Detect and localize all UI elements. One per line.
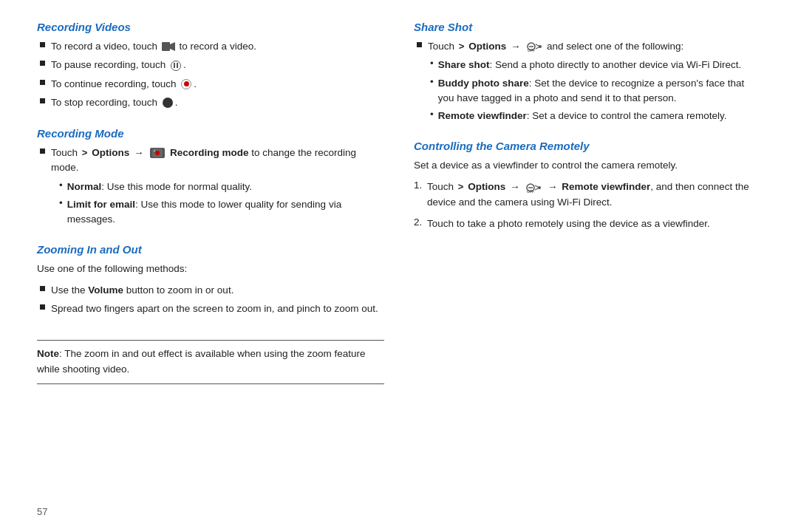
svg-marker-1 <box>170 42 175 51</box>
list-item-text: Touch > Options → ● Recording mode to <box>51 146 384 176</box>
volume-label: Volume <box>88 284 123 296</box>
svg-text:OFF: OFF <box>528 48 535 52</box>
controlling-camera-list: 1. Touch > Options → <box>414 180 761 232</box>
bullet-icon <box>40 80 45 85</box>
sub-item-text: Limit for email: Use this mode to lower … <box>67 197 384 228</box>
zooming-list: Use the Volume button to zoom in or out.… <box>37 283 384 317</box>
recording-videos-list: To record a video, touch to record a vid… <box>37 39 384 110</box>
sub-list-item: Limit for email: Use this mode to lower … <box>59 197 384 228</box>
recording-mode-list: Touch > Options → ● Recording mode to <box>37 146 384 176</box>
arrow-icon: → <box>134 146 144 160</box>
buddy-photo-label: Buddy photo share <box>438 78 529 89</box>
list-item: Use the Volume button to zoom in or out. <box>37 283 384 298</box>
share-shot-label: Share shot <box>438 59 490 70</box>
options-label: Options <box>468 41 506 52</box>
list-item: Touch > Options → OFF <box>414 39 761 54</box>
page-container: Recording Videos To record a video, touc… <box>0 0 798 532</box>
sub-item-text: Share shot: Send a photo directly to ano… <box>438 58 741 72</box>
list-item: To continue recording, touch . <box>37 77 384 92</box>
svg-rect-0 <box>162 42 170 51</box>
list-item: Spread two fingers apart on the screen t… <box>37 301 384 316</box>
remote-viewfinder-label: Remote viewfinder <box>438 110 527 121</box>
bullet-icon <box>40 42 45 47</box>
arrow-icon: → <box>511 39 521 54</box>
zooming-intro: Use one of the following methods: <box>37 262 384 277</box>
bullet-icon <box>40 149 45 154</box>
sub-item-text: Remote viewfinder: Set a device to contr… <box>438 109 727 123</box>
list-item-text: Use the Volume button to zoom in or out. <box>51 283 233 298</box>
section-share-shot: Share Shot Touch > Options → <box>414 21 761 126</box>
options-label: Options <box>468 181 505 192</box>
recording-mode-label: Recording mode <box>170 147 249 158</box>
chevron-icon: > <box>459 39 465 54</box>
svg-point-15 <box>538 186 541 189</box>
svg-point-9 <box>539 45 542 48</box>
record-icon <box>162 41 175 52</box>
list-item: To stop recording, touch . <box>37 95 384 110</box>
zooming-title: Zooming In and Out <box>37 243 384 256</box>
list-number: 2. <box>414 216 427 228</box>
page-number: 57 <box>37 506 47 517</box>
bullet-icon <box>40 61 45 66</box>
list-item-text: To stop recording, touch . <box>51 95 178 110</box>
sub-item-text: Buddy photo share: Set the device to rec… <box>438 76 761 106</box>
share-shot-title: Share Shot <box>414 21 761 33</box>
list-item-text: Touch > Options → OFF <box>427 180 761 211</box>
bullet-icon <box>417 42 422 47</box>
section-recording-videos: Recording Videos To record a video, touc… <box>37 21 384 114</box>
note-text: Note: The zoom in and out effect is avai… <box>37 348 366 375</box>
chevron-icon: > <box>458 180 464 194</box>
sub-list-item: Normal: Use this mode for normal quality… <box>59 180 384 194</box>
share-shot-sub-list: Share shot: Send a photo directly to ano… <box>414 58 761 123</box>
pause-icon <box>171 61 181 71</box>
list-item: To record a video, touch to record a vid… <box>37 39 384 54</box>
recmode-icon: ● <box>150 148 165 158</box>
bullet-icon <box>40 286 45 291</box>
share-shot-list: Touch > Options → OFF <box>414 39 761 54</box>
chevron-icon: > <box>82 146 88 160</box>
recording-mode-sub-list: Normal: Use this mode for normal quality… <box>37 180 384 228</box>
controlling-camera-intro: Set a device as a viewfinder to control … <box>414 158 761 174</box>
options-label: Options <box>92 147 129 158</box>
list-item: Touch > Options → ● Recording mode to <box>37 146 384 176</box>
svg-point-3 <box>155 151 160 155</box>
controlling-camera-title: Controlling the Camera Remotely <box>414 140 761 152</box>
continue-icon <box>181 79 191 89</box>
page-footer: 57 <box>37 500 761 517</box>
svg-text:●: ● <box>154 149 155 152</box>
list-number: 1. <box>414 180 427 191</box>
recording-mode-title: Recording Mode <box>37 127 384 140</box>
svg-text:OFF: OFF <box>527 188 534 193</box>
note-label: Note <box>37 348 59 359</box>
recording-videos-title: Recording Videos <box>37 21 384 33</box>
two-column-layout: Recording Videos To record a video, touc… <box>37 21 761 500</box>
list-item-text: Touch > Options → OFF <box>428 39 683 54</box>
list-item: To pause recording, touch . <box>37 58 384 72</box>
ordered-list-item: 1. Touch > Options → <box>414 180 761 211</box>
ordered-list-item: 2. Touch to take a photo remotely using … <box>414 216 761 232</box>
note-section: Note: The zoom in and out effect is avai… <box>37 340 384 384</box>
left-column: Recording Videos To record a video, touc… <box>37 21 384 500</box>
off-badge-icon-2: OFF <box>525 182 542 194</box>
list-item-text: Spread two fingers apart on the screen t… <box>51 301 378 316</box>
sub-list-item: Remote viewfinder: Set a device to contr… <box>430 109 761 123</box>
section-zooming: Zooming In and Out Use one of the follow… <box>37 243 384 320</box>
stop-icon <box>163 98 173 108</box>
arrow-icon: → <box>510 180 520 195</box>
list-item-text: To record a video, touch to record a vid… <box>51 39 256 54</box>
bullet-icon <box>40 98 45 103</box>
arrow-icon-2: → <box>548 180 558 195</box>
list-item-text: Touch to take a photo remotely using the… <box>427 216 710 232</box>
section-recording-mode: Recording Mode Touch > Options → <box>37 127 384 230</box>
sub-item-text: Normal: Use this mode for normal quality… <box>67 180 252 194</box>
list-item-text: To pause recording, touch . <box>51 58 186 72</box>
remote-viewfinder-label-2: Remote viewfinder <box>562 181 650 192</box>
off-badge-icon: OFF <box>526 41 542 52</box>
section-controlling-camera: Controlling the Camera Remotely Set a de… <box>414 140 761 238</box>
sub-list-item: Buddy photo share: Set the device to rec… <box>430 76 761 106</box>
bullet-icon <box>40 304 45 310</box>
sub-list-item: Share shot: Send a photo directly to ano… <box>430 58 761 72</box>
list-item-text: To continue recording, touch . <box>51 77 197 92</box>
right-column: Share Shot Touch > Options → <box>414 21 761 500</box>
normal-label: Normal <box>67 181 102 192</box>
